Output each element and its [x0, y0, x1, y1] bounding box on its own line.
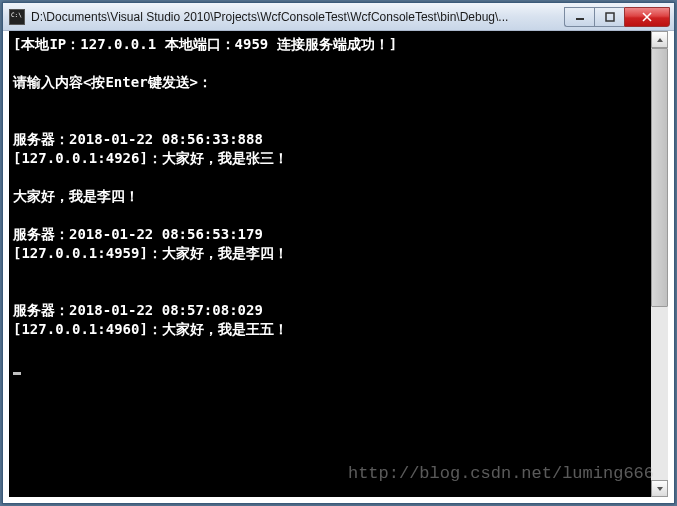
client-message: [127.0.0.1:4960]：大家好，我是王五！	[13, 321, 288, 337]
chevron-up-icon	[656, 37, 664, 43]
text-cursor	[13, 372, 21, 375]
titlebar[interactable]: D:\Documents\Visual Studio 2010\Projects…	[3, 3, 674, 31]
server-timestamp: 服务器：2018-01-22 08:56:33:888	[13, 131, 263, 147]
minimize-button[interactable]	[564, 7, 594, 27]
app-icon	[9, 9, 25, 25]
console-area[interactable]: [本地IP：127.0.0.1 本地端口：4959 连接服务端成功！] 请输入内…	[9, 31, 668, 497]
header-line: [本地IP：127.0.0.1 本地端口：4959 连接服务端成功！]	[13, 36, 397, 52]
console-output: [本地IP：127.0.0.1 本地端口：4959 连接服务端成功！] 请输入内…	[13, 35, 664, 377]
watermark-text: http://blog.csdn.net/luming666	[348, 464, 654, 483]
scroll-down-button[interactable]	[651, 480, 668, 497]
server-timestamp: 服务器：2018-01-22 08:57:08:029	[13, 302, 263, 318]
chevron-down-icon	[656, 486, 664, 492]
client-message: [127.0.0.1:4926]：大家好，我是张三！	[13, 150, 288, 166]
input-prompt: 请输入内容<按Enter键发送>：	[13, 74, 212, 90]
maximize-button[interactable]	[594, 7, 624, 27]
console-window: D:\Documents\Visual Studio 2010\Projects…	[2, 2, 675, 504]
window-controls	[564, 7, 670, 27]
window-title: D:\Documents\Visual Studio 2010\Projects…	[31, 10, 564, 24]
svg-rect-1	[606, 13, 614, 21]
scroll-track[interactable]	[651, 48, 668, 480]
minimize-icon	[575, 12, 585, 22]
svg-rect-0	[576, 18, 584, 20]
vertical-scrollbar[interactable]	[651, 31, 668, 497]
close-icon	[641, 12, 653, 22]
scroll-thumb[interactable]	[651, 48, 668, 307]
maximize-icon	[605, 12, 615, 22]
close-button[interactable]	[624, 7, 670, 27]
client-message: [127.0.0.1:4959]：大家好，我是李四！	[13, 245, 288, 261]
scroll-up-button[interactable]	[651, 31, 668, 48]
server-timestamp: 服务器：2018-01-22 08:56:53:179	[13, 226, 263, 242]
user-input-echo: 大家好，我是李四！	[13, 188, 139, 204]
